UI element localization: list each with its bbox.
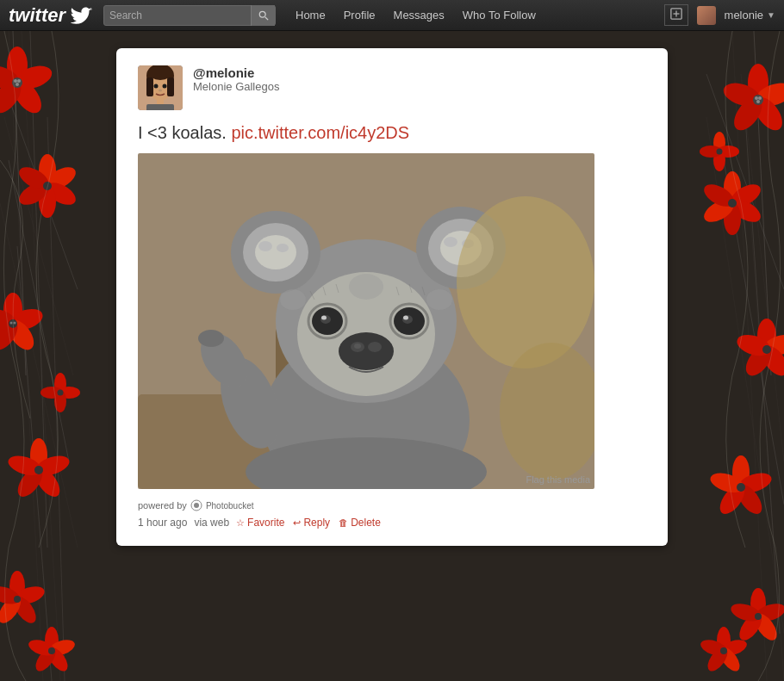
reply-button[interactable]: ↩ Reply <box>293 517 330 529</box>
tweet-username[interactable]: @melonie <box>193 65 279 80</box>
svg-point-136 <box>258 241 272 251</box>
svg-line-1 <box>264 16 267 19</box>
svg-rect-120 <box>167 77 174 96</box>
svg-rect-119 <box>146 77 153 96</box>
svg-point-123 <box>159 90 162 92</box>
tweet-text: I <3 koalas. pic.twitter.com/ic4y2DS <box>138 121 646 145</box>
svg-point-0 <box>259 11 265 17</box>
svg-point-167 <box>457 196 594 368</box>
username-label: melonie <box>725 9 764 22</box>
svg-point-154 <box>426 289 452 310</box>
powered-by: powered by Photobucket <box>138 499 646 511</box>
user-menu[interactable]: melonie ▼ <box>725 9 775 22</box>
svg-point-135 <box>255 235 296 269</box>
twitter-logo-text: twitter <box>9 4 65 27</box>
svg-point-149 <box>339 332 394 370</box>
tweet-media-image[interactable] <box>138 153 594 489</box>
compose-icon <box>670 8 682 20</box>
avatar <box>138 65 183 110</box>
delete-button[interactable]: 🗑 Delete <box>339 517 381 529</box>
twitter-bird-icon <box>69 5 95 26</box>
svg-rect-125 <box>146 104 174 110</box>
tweet-header: @melonie Melonie Gallegos <box>138 65 646 110</box>
svg-point-153 <box>280 289 306 310</box>
svg-point-145 <box>321 316 327 320</box>
tweet-text-plain: I <3 koalas. <box>138 123 231 142</box>
svg-point-148 <box>403 316 408 320</box>
powered-by-text: powered by <box>138 500 187 511</box>
delete-label: Delete <box>351 517 381 529</box>
reply-label: Reply <box>303 517 330 529</box>
nav-home[interactable]: Home <box>289 0 333 31</box>
tweet-actions: ☆ Favorite ↩ Reply 🗑 Delete <box>236 517 381 529</box>
search-icon <box>258 10 269 21</box>
search-button[interactable] <box>251 5 275 26</box>
svg-point-137 <box>277 244 289 252</box>
photobucket-label: Photobucket <box>206 501 254 511</box>
tweet-real-name: Melonie Gallegos <box>193 80 279 93</box>
photobucket-icon <box>190 499 202 511</box>
navbar: twitter Home Profile Messages Who To Fol… <box>0 0 784 31</box>
reply-icon: ↩ <box>293 517 301 529</box>
svg-point-121 <box>154 84 159 89</box>
tweet-user-info: @melonie Melonie Gallegos <box>193 65 279 93</box>
compose-button[interactable] <box>664 4 688 26</box>
nav-right: melonie ▼ <box>664 4 775 26</box>
nav-who-to-follow[interactable]: Who To Follow <box>456 0 543 31</box>
avatar <box>697 6 716 25</box>
nav-profile[interactable]: Profile <box>337 0 383 31</box>
svg-point-151 <box>368 342 382 352</box>
svg-point-155 <box>349 274 383 300</box>
dropdown-arrow-icon: ▼ <box>767 10 775 20</box>
tweet-card: @melonie Melonie Gallegos I <3 koalas. p… <box>116 48 668 546</box>
search-input[interactable] <box>104 9 251 22</box>
svg-point-171 <box>194 503 199 508</box>
tweet-link[interactable]: pic.twitter.com/ic4y2DS <box>231 123 409 142</box>
svg-point-152 <box>354 344 361 349</box>
delete-icon: 🗑 <box>339 517 348 528</box>
flag-media-button[interactable]: Flag this media <box>526 474 590 485</box>
svg-point-141 <box>444 237 457 247</box>
tweet-image-container: Flag this media <box>138 153 646 492</box>
twitter-logo-container: twitter <box>9 4 95 27</box>
tweet-via: via web <box>194 517 229 529</box>
favorite-label: Favorite <box>247 517 284 529</box>
favorite-button[interactable]: ☆ Favorite <box>236 517 284 529</box>
tweet-time: 1 hour ago <box>138 517 187 529</box>
svg-point-158 <box>198 330 224 347</box>
svg-point-122 <box>163 84 167 89</box>
main-content: @melonie Melonie Gallegos I <3 koalas. p… <box>0 31 784 681</box>
search-box[interactable] <box>103 5 276 26</box>
favorite-icon: ☆ <box>236 517 245 529</box>
avatar-image <box>138 65 183 110</box>
nav-messages[interactable]: Messages <box>387 0 451 31</box>
nav-links: Home Profile Messages Who To Follow <box>289 0 664 31</box>
tweet-footer: 1 hour ago via web ☆ Favorite ↩ Reply 🗑 <box>138 517 646 529</box>
